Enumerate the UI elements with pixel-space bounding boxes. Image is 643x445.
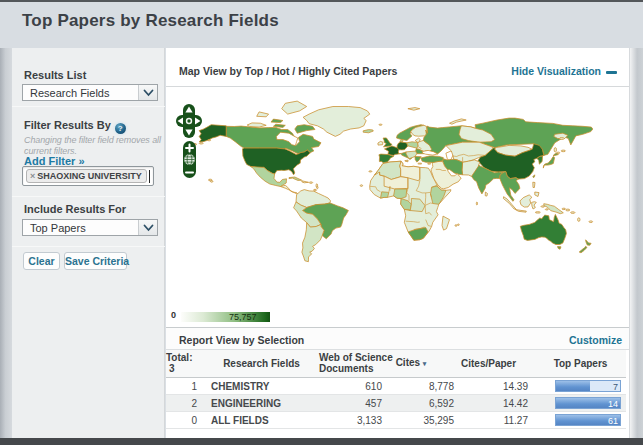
cites-value: 35,295 bbox=[389, 412, 461, 429]
top-papers-cell: 14 bbox=[535, 395, 626, 412]
report-view-header: Report View by Selection Customize bbox=[166, 327, 629, 350]
top-papers-bar-fill bbox=[556, 381, 590, 391]
field-link[interactable]: ALL FIELDS bbox=[204, 412, 319, 429]
col-research-fields[interactable]: Research Fields bbox=[204, 350, 319, 378]
page-header: Top Papers by Research Fields bbox=[0, 2, 643, 48]
table-row: 2ENGINEERING4576,59214.4214 bbox=[166, 395, 626, 412]
cites-per-paper-value: 14.42 bbox=[461, 395, 535, 412]
include-results-label: Include Results For bbox=[24, 203, 126, 215]
report-table: Total:3 Research Fields Web of ScienceDo… bbox=[166, 350, 626, 429]
top-papers-cell: 61 bbox=[535, 412, 626, 429]
world-map[interactable] bbox=[166, 88, 629, 327]
help-icon[interactable]: ? bbox=[115, 123, 126, 134]
col-cites[interactable]: Cites ▾ bbox=[389, 350, 461, 378]
wos-documents-value: 3,133 bbox=[319, 412, 389, 429]
sidebar-divider bbox=[12, 196, 165, 197]
hide-visualization-link[interactable]: Hide Visualization bbox=[511, 65, 601, 77]
legend-min-label: 0 bbox=[171, 310, 176, 320]
map-zoom-control[interactable] bbox=[183, 141, 196, 178]
wos-documents-value: 457 bbox=[319, 395, 389, 412]
text-cursor bbox=[149, 170, 150, 183]
chevron-down-icon bbox=[143, 89, 154, 97]
sidebar: Results List Research Fields Filter Resu… bbox=[12, 48, 165, 438]
col-cites-paper[interactable]: Cites/Paper bbox=[461, 350, 535, 378]
table-row: 0ALL FIELDS3,13335,29511.2761 bbox=[166, 412, 626, 429]
top-papers-bar: 7 bbox=[555, 380, 621, 392]
include-results-chevron[interactable] bbox=[138, 220, 157, 235]
results-list-value: Research Fields bbox=[30, 87, 109, 99]
wos-documents-value: 610 bbox=[319, 378, 389, 395]
top-papers-value: 7 bbox=[613, 382, 618, 392]
field-link[interactable]: CHEMISTRY bbox=[204, 378, 319, 395]
filter-tag-label: SHAOXING UNIVERSITY bbox=[37, 171, 142, 181]
map-pan-control[interactable] bbox=[176, 104, 202, 138]
row-rank: 2 bbox=[166, 395, 204, 412]
results-list-chevron[interactable] bbox=[138, 85, 157, 100]
top-papers-value: 14 bbox=[608, 399, 618, 409]
results-list-label: Results List bbox=[24, 69, 86, 81]
left-gutter bbox=[0, 48, 12, 438]
top-papers-bar: 61 bbox=[555, 414, 621, 426]
legend-max-label: 75,757 bbox=[229, 312, 257, 322]
field-link[interactable]: ENGINEERING bbox=[204, 395, 319, 412]
legend-gradient-bar: 75,757 bbox=[181, 312, 270, 322]
row-rank: 1 bbox=[166, 378, 204, 395]
page-title: Top Papers by Research Fields bbox=[22, 11, 279, 31]
col-wos-documents[interactable]: Web of ScienceDocuments bbox=[319, 350, 389, 378]
filter-tag[interactable]: ×SHAOXING UNIVERSITY bbox=[26, 169, 147, 183]
row-rank: 0 bbox=[166, 412, 204, 429]
cites-per-paper-value: 14.39 bbox=[461, 378, 535, 395]
cites-per-paper-value: 11.27 bbox=[461, 412, 535, 429]
report-view-title: Report View by Selection bbox=[179, 334, 304, 346]
top-papers-bar: 14 bbox=[555, 397, 621, 409]
save-criteria-button[interactable]: Save Criteria bbox=[64, 252, 127, 270]
filter-results-label: Filter Results By? bbox=[24, 119, 126, 134]
cites-value: 6,592 bbox=[389, 395, 461, 412]
top-papers-value: 61 bbox=[608, 416, 618, 426]
total-header: Total:3 bbox=[166, 350, 204, 378]
map-view-title: Map View by Top / Hot / Highly Cited Pap… bbox=[179, 65, 397, 77]
include-results-select[interactable]: Top Papers bbox=[22, 219, 158, 236]
filter-note: Changing the filter field removes allcur… bbox=[24, 135, 161, 157]
sidebar-divider bbox=[12, 106, 165, 107]
collapse-icon[interactable] bbox=[606, 71, 617, 74]
sidebar-divider bbox=[12, 246, 165, 247]
sort-desc-icon: ▾ bbox=[423, 360, 427, 367]
clear-button[interactable]: Clear bbox=[23, 252, 60, 270]
top-papers-cell: 7 bbox=[535, 378, 626, 395]
cites-value: 8,778 bbox=[389, 378, 461, 395]
window-bottom-edge bbox=[0, 438, 643, 445]
table-row: 1CHEMISTRY6108,77814.397 bbox=[166, 378, 626, 395]
chevron-down-icon bbox=[143, 224, 154, 232]
col-top-papers[interactable]: Top Papers bbox=[535, 350, 626, 378]
map-view-header: Map View by Top / Hot / Highly Cited Pap… bbox=[166, 48, 629, 87]
map-visualization: 0 75,757 bbox=[166, 88, 629, 327]
table-header-row: Total:3 Research Fields Web of ScienceDo… bbox=[166, 350, 626, 378]
results-list-select[interactable]: Research Fields bbox=[22, 84, 158, 101]
customize-link[interactable]: Customize bbox=[569, 334, 622, 346]
scrollbar-gutter[interactable] bbox=[629, 48, 643, 438]
filter-input[interactable]: ×SHAOXING UNIVERSITY bbox=[22, 166, 154, 186]
include-results-value: Top Papers bbox=[30, 222, 86, 234]
main-panel: Map View by Top / Hot / Highly Cited Pap… bbox=[166, 48, 629, 438]
remove-tag-icon[interactable]: × bbox=[30, 171, 35, 181]
